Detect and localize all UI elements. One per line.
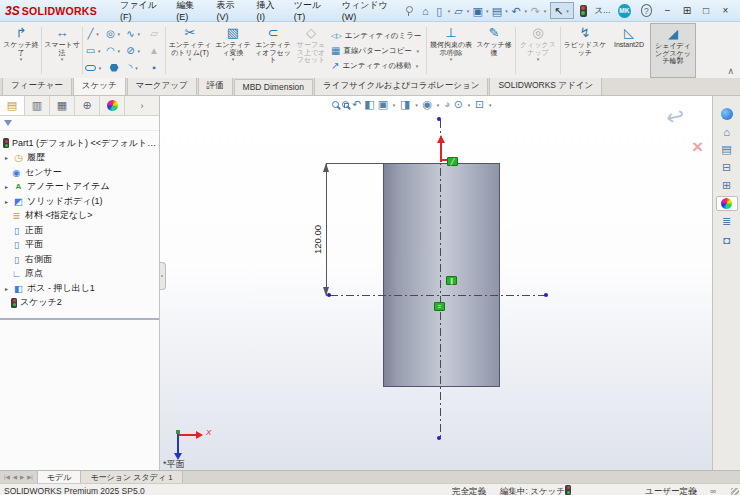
mirror-entities-button[interactable]: ◁▷エンティティのミラー (331, 29, 423, 43)
spline-dropdown-icon[interactable]: ▾ (136, 31, 142, 37)
fillet-dropdown-icon[interactable]: ▾ (133, 65, 139, 71)
shaded-sketch-contours-button[interactable]: ◢ シェイディングスケッチ輪郭 (650, 23, 696, 78)
view-palette-icon[interactable]: ⊞ (716, 178, 738, 193)
tab-lifecycle-collaboration[interactable]: ライフサイクルおよびコラボレーション (314, 77, 488, 95)
nav-prev-icon[interactable]: ◀ (13, 474, 17, 480)
polygon-tool-button[interactable] (104, 59, 124, 76)
nav-next-icon[interactable]: ▶ (20, 474, 24, 480)
tree-item-solid-bodies[interactable]: ▸ ◩ ソリッドボディ(1) (0, 194, 159, 209)
relations-dropdown-icon[interactable]: ▾ (448, 56, 454, 62)
slot-tool-button[interactable]: ▾ (84, 59, 104, 76)
nav-last-icon[interactable]: ▶| (27, 474, 33, 480)
tree-item-front-plane[interactable]: ▯ 正面 (0, 223, 159, 238)
quick-snaps-button[interactable]: ◎ クィックスナップ ▾ (517, 23, 559, 78)
rapid-sketch-button[interactable]: ↯ ラピッドスケッチ (562, 23, 608, 78)
appearances-scenes-icon[interactable] (716, 196, 738, 211)
file-explorer-icon[interactable]: ⊟ (716, 160, 738, 175)
line-tool-button[interactable]: ╱▾ (84, 25, 104, 42)
expand-arrow-icon[interactable]: ▸ (3, 285, 10, 292)
tree-item-boss-extrude[interactable]: ▸ ◧ ボス - 押し出し1 (0, 281, 159, 296)
slot-dropdown-icon[interactable]: ▾ (97, 65, 103, 71)
mirror-tool-button[interactable]: ▲ (144, 42, 164, 59)
centerline-endpoint[interactable] (437, 436, 441, 440)
extruded-body-face[interactable] (383, 163, 500, 387)
hide-show-items-icon[interactable]: ◉ (422, 98, 432, 111)
fillet-tool-button[interactable]: ◝▾ (124, 59, 144, 76)
tree-item-sensors[interactable]: ◉ センサー (0, 165, 159, 180)
marketplace-globe-icon[interactable] (716, 106, 738, 121)
constraint-parallel-badge[interactable]: ∥ (446, 276, 457, 285)
constraint-equal-badge[interactable]: = (434, 302, 445, 311)
tree-root-part[interactable]: Part1 (デフォルト) <<デフォルト>_表示状態 1 (0, 136, 159, 151)
centerline-endpoint[interactable] (544, 293, 548, 297)
apply-scene-dropdown-icon[interactable]: ▾ (466, 102, 472, 108)
trim-dropdown-icon[interactable]: ▾ (187, 56, 193, 62)
plane-tool-button[interactable]: ▱ (144, 25, 164, 42)
configuration-manager-tab[interactable]: ▦ (50, 96, 75, 115)
tree-item-origin[interactable]: ∟ 原点 (0, 267, 159, 282)
solidworks-forum-icon[interactable]: ◘ (716, 232, 738, 247)
tree-filter-row[interactable] (0, 116, 159, 131)
redo-dropdown-icon[interactable]: ▾ (542, 8, 547, 14)
open-icon[interactable]: ▱ (452, 2, 466, 20)
offset-on-surface-button[interactable]: ◇ サーフェス上でオフセット (293, 23, 329, 78)
panel-collapse-handle[interactable] (160, 262, 166, 290)
tags-glasses-icon[interactable]: ∞ (710, 486, 716, 495)
move-entities-dropdown-icon[interactable]: ▾ (414, 63, 420, 69)
convert-entities-button[interactable]: ▧ エンティティ変換 ▾ (213, 23, 253, 78)
view-orientation-dropdown-icon[interactable]: ▾ (391, 102, 397, 108)
pin-menu-icon[interactable] (404, 5, 413, 17)
dimension-line[interactable] (326, 163, 327, 296)
tab-motion-study[interactable]: モーション スタディ 1 (81, 471, 182, 483)
tree-item-material[interactable]: ≣ 材料 <指定なし> (0, 209, 159, 224)
tree-item-annotations[interactable]: ▸ A アノテートアイテム (0, 180, 159, 195)
tree-item-top-plane[interactable]: ▯ 平面 (0, 238, 159, 253)
repair-sketch-button[interactable]: ✎ スケッチ修復 (474, 23, 514, 78)
search-box[interactable]: ス... (595, 5, 611, 17)
vertical-centerline[interactable] (440, 120, 441, 438)
tab-features[interactable]: フィーチャー (2, 77, 72, 95)
graphics-area[interactable]: ↶ ◧ ▣▾ ◨▾ ◉▾ ◕ ⊙▾ ⊡▾ ↩ × 120.00 (160, 96, 712, 470)
close-button[interactable]: × (716, 1, 735, 21)
display-style-icon[interactable]: ◨ (400, 98, 410, 111)
constraint-pierce-badge[interactable]: ╱ (447, 157, 458, 166)
solidworks-resources-icon[interactable]: ⌂ (716, 124, 738, 139)
smart-dimension-button[interactable]: ↔ スマート寸法 ▾ (43, 23, 81, 78)
tab-sketch[interactable]: スケッチ (73, 77, 126, 95)
display-style-dropdown-icon[interactable]: ▾ (413, 102, 419, 108)
units-selector[interactable]: ユーザー定義 (645, 486, 696, 495)
undo-icon[interactable]: ↶ (509, 2, 523, 20)
more-panel-tabs-icon[interactable]: › (125, 96, 159, 115)
horizontal-centerline[interactable] (330, 295, 546, 296)
linear-pattern-button[interactable]: ▦直線パターンコピー▾ (331, 44, 423, 58)
trim-entities-button[interactable]: ✂ エンティティのトリム(T) ▾ (167, 23, 213, 78)
circle-dropdown-icon[interactable]: ▾ (116, 31, 122, 37)
tab-model[interactable]: モデル (38, 471, 82, 483)
resize-grip[interactable] (731, 488, 739, 495)
smart-dimension-dropdown-icon[interactable]: ▾ (59, 56, 65, 62)
spline-tool-button[interactable]: ∿▾ (124, 25, 144, 42)
help-icon[interactable]: ? (641, 4, 653, 17)
centerline-endpoint[interactable] (437, 117, 441, 121)
arc-dropdown-icon[interactable]: ▾ (116, 48, 122, 54)
tab-evaluate[interactable]: 評価 (198, 77, 233, 95)
dimxpert-manager-tab[interactable]: ⊕ (75, 96, 100, 115)
convert-dropdown-icon[interactable]: ▾ (230, 56, 236, 62)
home-icon[interactable]: ⌂ (418, 2, 432, 20)
custom-properties-icon[interactable]: ≣ (716, 214, 738, 229)
tree-item-right-plane[interactable]: ▯ 右側面 (0, 252, 159, 267)
dimension-value[interactable]: 120.00 (312, 220, 323, 260)
restore-button[interactable]: ⊞ (677, 1, 696, 21)
tree-item-sketch2[interactable]: スケッチ2 (0, 296, 159, 311)
linear-pattern-dropdown-icon[interactable]: ▾ (415, 48, 421, 54)
expand-arrow-icon[interactable]: ▸ (3, 183, 10, 190)
confirm-exit-sketch-icon[interactable]: ↩ (663, 102, 686, 131)
expand-arrow-icon[interactable]: ▸ (3, 198, 10, 205)
arc-tool-button[interactable]: ◠▾ (104, 42, 124, 59)
section-view-icon[interactable]: ◧ (364, 98, 374, 111)
property-manager-tab[interactable]: ▥ (25, 96, 50, 115)
circle-tool-button[interactable]: ◎▾ (104, 25, 124, 42)
view-settings-icon[interactable]: ⊡ (475, 98, 484, 111)
view-orientation-icon[interactable]: ▣ (378, 98, 388, 111)
offset-entities-button[interactable]: ⊂ エンティティオフセット (253, 23, 293, 78)
